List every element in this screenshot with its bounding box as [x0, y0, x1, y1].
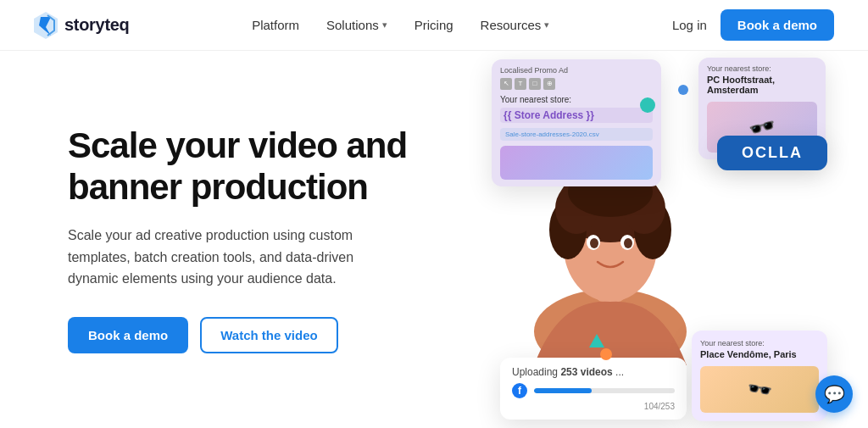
hero-buttons: Book a demo Watch the video [68, 317, 475, 353]
card-hooftstraat-store-label: Your nearest store: [707, 64, 817, 73]
nav-solutions[interactable]: Solutions ▾ [316, 11, 398, 39]
card-upload-count-bold: 253 videos [560, 366, 612, 378]
logo-text: storyteq [64, 15, 130, 35]
nav-resources[interactable]: Resources ▾ [470, 11, 560, 39]
hero-content: Scale your video and banner production S… [68, 125, 475, 353]
sunglasses-2-icon: 🕶️ [745, 375, 774, 403]
hero-subtitle: Scale your ad creative production using … [68, 225, 407, 290]
dot-teal-1 [640, 97, 655, 113]
card-promo-file: Sale-store-addresses-2020.csv [500, 128, 653, 141]
card-promo-label: Localised Promo Ad [500, 66, 653, 75]
svg-point-12 [624, 238, 632, 248]
toolbar-box-icon: □ [529, 78, 541, 90]
dot-blue-1 [678, 85, 688, 95]
facebook-icon: f [512, 383, 527, 398]
navigation: storyteq Platform Solutions ▾ Pricing Re… [0, 0, 868, 51]
card-upload-bar: f [512, 383, 675, 398]
card-oclla-brand: OCLLA [742, 144, 803, 162]
upload-progress-bar [534, 388, 675, 393]
toolbar-search-icon: ⊕ [543, 78, 555, 90]
nav-pricing[interactable]: Pricing [404, 11, 464, 39]
hero-illustration: Localised Promo Ad ↖ T □ ⊕ Your nearest … [475, 51, 834, 428]
hero-watch-video-button[interactable]: Watch the video [200, 317, 337, 353]
nav-actions: Log in Book a demo [672, 9, 834, 41]
chat-icon: 💬 [824, 384, 845, 404]
toolbar-text-icon: T [515, 78, 526, 90]
card-vendome-product: 🕶️ [700, 366, 819, 413]
resources-chevron-icon: ▾ [544, 19, 549, 31]
card-vendome-address: Place Vendôme, Paris [700, 349, 819, 359]
triangle-teal-icon [589, 334, 604, 347]
card-promo-placeholder: {{ Store Address }} [500, 108, 653, 123]
card-oclla: OCLLA [717, 136, 827, 170]
toolbar-cursor-icon: ↖ [500, 78, 512, 90]
card-promo: Localised Promo Ad ↖ T □ ⊕ Your nearest … [492, 59, 661, 186]
logo-icon [34, 12, 58, 39]
card-promo-thumbnail [500, 146, 653, 180]
nav-platform[interactable]: Platform [242, 11, 309, 39]
hero-book-demo-button[interactable]: Book a demo [68, 317, 188, 353]
upload-progress-fill [534, 388, 592, 393]
logo-link[interactable]: storyteq [34, 12, 130, 39]
nav-links: Platform Solutions ▾ Pricing Resources ▾ [242, 11, 559, 39]
hero-section: Scale your video and banner production S… [0, 51, 868, 428]
card-promo-toolbar: ↖ T □ ⊕ [500, 78, 653, 90]
chat-bubble-button[interactable]: 💬 [815, 375, 853, 413]
dot-orange-1 [600, 348, 612, 360]
nav-book-demo-button[interactable]: Book a demo [721, 9, 834, 41]
svg-point-11 [590, 238, 598, 248]
login-link[interactable]: Log in [672, 18, 707, 32]
card-upload: Uploading 253 videos ... f 104/253 [500, 358, 687, 420]
hero-title: Scale your video and banner production [68, 125, 475, 208]
card-upload-counter: 104/253 [512, 402, 675, 411]
card-promo-store-label: Your nearest store: [500, 95, 653, 104]
card-vendome: Your nearest store: Place Vendôme, Paris… [692, 331, 827, 421]
card-vendome-store-label: Your nearest store: [700, 339, 819, 347]
solutions-chevron-icon: ▾ [382, 19, 387, 31]
card-hooftstraat-address: PC Hooftstraat, Amsterdam [707, 75, 817, 95]
card-upload-label: Uploading 253 videos ... [512, 366, 675, 378]
